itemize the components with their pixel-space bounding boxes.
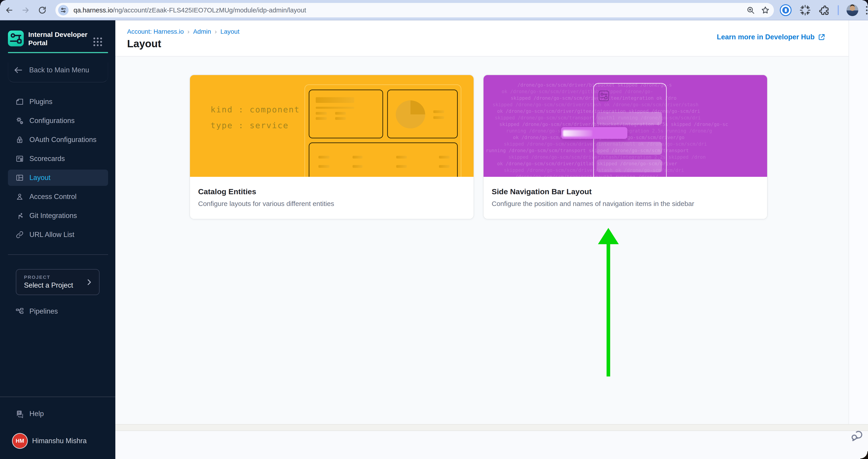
bookmark-star-icon[interactable] [761,6,770,15]
extension-spinner-icon[interactable] [799,4,811,16]
yaml-kind-text: kind : component [211,105,300,114]
app-grid-icon[interactable] [93,37,102,46]
browser-menu-kebab-icon[interactable] [866,6,868,14]
learn-more-link[interactable]: Learn more in Developer Hub [717,33,826,41]
zoom-icon[interactable] [746,6,755,14]
card-description: Configure layouts for various different … [198,200,334,207]
browser-back-button[interactable] [3,4,16,16]
accent-divider [8,52,108,53]
sidebar-item-access-control[interactable]: Access Control [0,187,115,206]
layout-icon [14,172,25,183]
sidebar-item-pipelines[interactable]: Pipelines [0,302,115,321]
breadcrumb-separator: › [215,28,217,35]
arrow-right-icon [21,6,30,15]
breadcrumb-link-admin[interactable]: Admin [193,28,211,35]
pipelines-icon [14,306,25,317]
browser-reload-button[interactable] [36,4,49,16]
sidebar-item-label: URL Allow List [29,231,74,239]
site-settings-chip[interactable] [58,5,68,15]
help-chat-icon: ? [14,408,25,419]
url-domain: qa.harness.io [73,6,113,14]
sidebar-item-layout[interactable]: Layout [8,170,108,186]
sidebar-item-git-integrations[interactable]: Git Integrations [0,206,115,225]
sidebar-nav: Plugins Configurations OAuth Configurati… [0,92,115,244]
sidebar-item-label: OAuth Configurations [29,136,96,144]
catalog-entities-illustration: kind : component type : service [190,75,473,177]
product-logo[interactable] [8,31,24,46]
user-profile[interactable]: HM Himanshu Mishra [0,432,115,450]
arrow-left-icon [5,6,14,15]
window-corner [0,0,5,5]
product-title: Internal Developer Portal [28,30,89,47]
link-icon [14,230,25,240]
git-branch-icon [14,210,25,221]
nav-item-bar [597,159,662,172]
user-name: Himanshu Mishra [32,437,87,445]
external-link-icon [818,33,826,41]
sidebar-divider [8,254,108,255]
product-title-line2: Portal [28,39,89,47]
product-title-line1: Internal Developer [28,30,89,39]
breadcrumb-link-account[interactable]: Account: Harness.io [127,28,184,35]
sidebar-item-configurations[interactable]: Configurations [0,111,115,130]
card-catalog-entities[interactable]: kind : component type : service [189,75,474,219]
sidebar: Internal Developer Portal Back to Main M… [0,20,115,459]
card-description: Configure the position and names of navi… [492,200,694,207]
project-value: Select a Project [24,281,73,289]
card-side-nav-layout[interactable]: /drone/go-scm/scm/driver/bitbucket skipp… [483,75,768,219]
url-bar[interactable]: qa.harness.io/ng/account/zEaak-FLS425IEO… [55,3,774,18]
sidebar-item-label: Scorecards [29,155,65,163]
onepassword-icon[interactable] [780,4,792,16]
chevron-right-icon [85,278,93,286]
tune-icon [60,7,66,13]
idp-logo-icon [8,31,24,46]
plugins-icon [14,97,25,107]
scorecard-icon [14,154,25,164]
person-icon [14,192,25,202]
browser-toolbar: qa.harness.io/ng/account/zEaak-FLS425IEO… [0,0,868,20]
help-label: Help [29,410,44,418]
nav-item-bar [597,142,662,155]
lock-icon [14,134,25,145]
card-title: Side Navigation Bar Layout [492,187,592,196]
reload-icon [38,6,47,15]
footer-band [115,424,868,431]
window-corner [860,451,868,459]
sidebar-item-oauth-configurations[interactable]: OAuth Configurations [0,130,115,149]
extensions-puzzle-icon[interactable] [819,4,830,16]
page-title: Layout [127,37,161,50]
content-area: kind : component type : service [115,57,868,425]
user-initials: HM [16,438,24,444]
browser-forward-button[interactable] [20,4,32,16]
sidebar-item-label: Pipelines [29,307,58,316]
sidebar-item-url-allow-list[interactable]: URL Allow List [0,225,115,244]
annotation-arrow-shaft [607,242,610,376]
help-button[interactable]: ? Help [0,404,115,423]
idp-logo-outline-icon [598,90,610,102]
back-to-main-menu[interactable]: Back to Main Menu [8,65,108,75]
window-corner [863,0,868,5]
gears-icon [14,116,25,126]
scroll-gutter[interactable] [848,20,868,425]
project-selector[interactable]: PROJECT Select a Project [16,269,99,295]
url-text: qa.harness.io/ng/account/zEaak-FLS425IEO… [73,3,306,18]
browser-profile-avatar[interactable] [846,4,858,16]
sidebar-item-label: Layout [29,174,51,182]
sidebar-item-label: Git Integrations [29,211,77,220]
sidebar-bottom-divider [0,397,115,397]
below-band [115,431,868,459]
feedback-chat-button[interactable] [849,429,864,444]
project-label: PROJECT [24,274,51,280]
main-header: Account: Harness.io › Admin › Layout Lay… [115,20,868,57]
svg-text:?: ? [18,411,20,415]
learn-more-label: Learn more in Developer Hub [717,33,815,41]
page: qa.harness.io/ng/account/zEaak-FLS425IEO… [0,0,868,459]
sidebar-item-label: Access Control [29,193,76,201]
dragged-nav-item-bar [561,127,627,139]
card-caption: Side Navigation Bar Layout Configure the… [484,177,767,219]
sidebar-item-scorecards[interactable]: Scorecards [0,149,115,168]
card-caption: Catalog Entities Configure layouts for v… [190,177,473,219]
breadcrumb-current[interactable]: Layout [220,28,240,35]
sidebar-item-plugins[interactable]: Plugins [0,92,115,111]
chat-bubbles-icon [849,429,864,444]
